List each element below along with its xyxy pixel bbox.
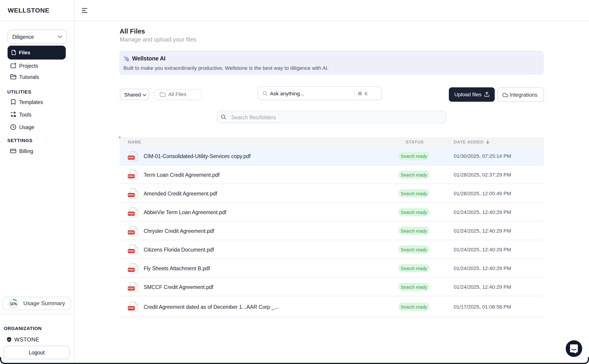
svg-text:11%: 11% [10,302,17,306]
